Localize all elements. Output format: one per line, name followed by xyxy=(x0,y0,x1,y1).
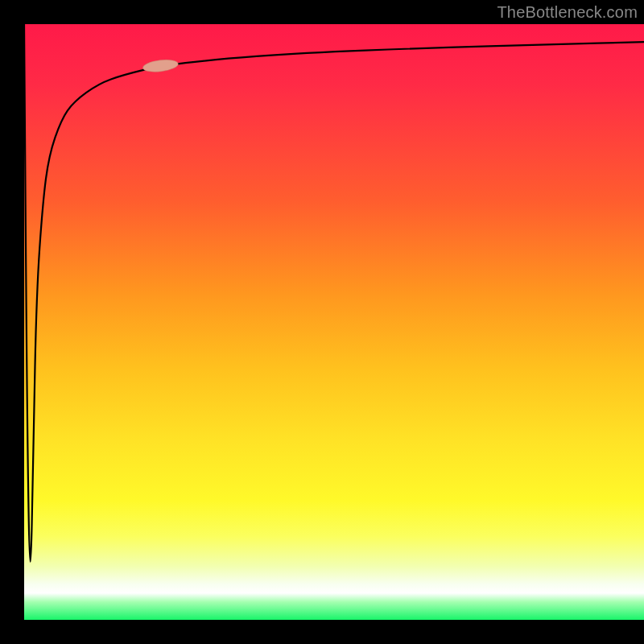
chart-plot-area xyxy=(24,24,644,620)
marker-pill xyxy=(142,58,179,73)
bottleneck-curve xyxy=(24,24,644,562)
watermark-text: TheBottleneck.com xyxy=(497,3,638,22)
chart-svg xyxy=(24,24,644,620)
